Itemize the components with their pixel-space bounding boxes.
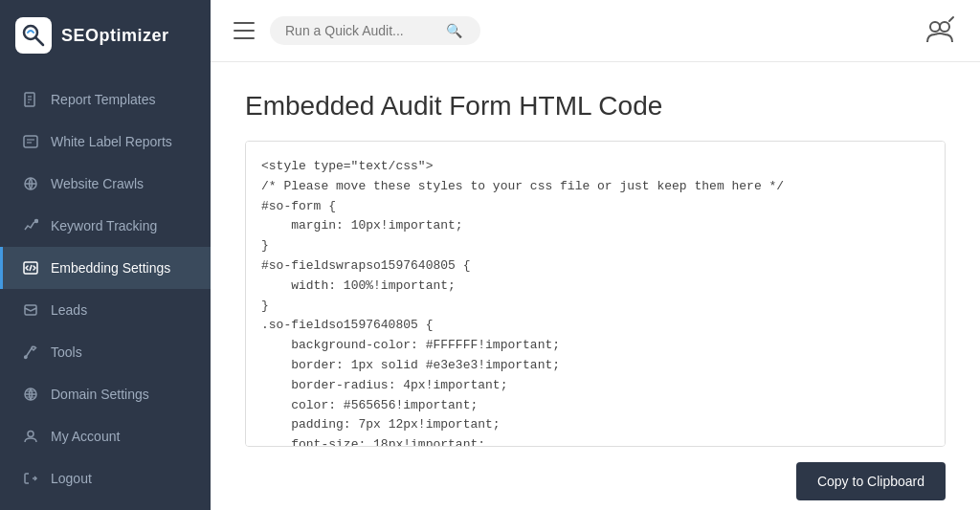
svg-rect-6	[24, 136, 37, 147]
svg-line-1	[35, 37, 43, 45]
svg-point-11	[35, 220, 38, 223]
sidebar-item-white-label-reports[interactable]: White Label Reports	[0, 121, 211, 163]
search-input[interactable]	[285, 23, 438, 38]
topbar-right	[923, 13, 957, 48]
hamburger-menu[interactable]	[234, 22, 255, 39]
logout-icon	[22, 470, 39, 487]
file-icon	[22, 91, 39, 108]
svg-line-13	[30, 265, 32, 271]
code-textarea[interactable]	[246, 142, 945, 446]
sidebar-item-label: Domain Settings	[51, 387, 149, 402]
bottom-bar: Copy to Clipboard	[245, 447, 946, 500]
account-icon	[22, 428, 39, 445]
code-container	[245, 141, 946, 447]
logo-area: SEOptimizer	[0, 0, 211, 71]
svg-point-24	[940, 22, 949, 32]
sidebar-item-keyword-tracking[interactable]: Keyword Tracking	[0, 205, 211, 247]
sidebar-item-label: Keyword Tracking	[51, 218, 157, 233]
embed-icon	[22, 259, 39, 277]
sidebar-item-label: Tools	[51, 344, 82, 360]
label-icon	[22, 133, 39, 150]
svg-point-23	[930, 22, 940, 32]
keyword-icon	[22, 217, 39, 234]
sidebar-item-domain-settings[interactable]: Domain Settings	[0, 373, 211, 415]
sidebar-item-my-account[interactable]: My Account	[0, 415, 211, 457]
copy-to-clipboard-button[interactable]: Copy to Clipboard	[796, 462, 946, 500]
sidebar-item-label: Report Templates	[51, 92, 155, 107]
page-content: Embedded Audit Form HTML Code Copy to Cl…	[211, 62, 980, 510]
user-avatar-icon[interactable]	[923, 13, 957, 48]
sidebar-item-label: White Label Reports	[51, 134, 172, 149]
sidebar-item-tools[interactable]: Tools	[0, 331, 211, 373]
topbar: 🔍	[211, 0, 980, 62]
sidebar-item-label: Logout	[51, 471, 92, 486]
logo-text: SEOptimizer	[61, 26, 169, 46]
main-area: 🔍 Embedded Audit Form HTML Code Copy to …	[211, 0, 980, 510]
sidebar-item-logout[interactable]: Logout	[0, 457, 211, 499]
svg-line-25	[949, 17, 953, 21]
sidebar-item-website-crawls[interactable]: Website Crawls	[0, 163, 211, 205]
sidebar: SEOptimizer Report Templates	[0, 0, 211, 510]
logo-icon	[15, 17, 52, 54]
sidebar-item-report-templates[interactable]: Report Templates	[0, 78, 211, 121]
svg-point-21	[28, 432, 33, 437]
sidebar-nav: Report Templates White Label Reports	[0, 71, 211, 510]
domain-icon	[22, 386, 39, 403]
svg-point-16	[25, 356, 27, 358]
page-title: Embedded Audit Form HTML Code	[245, 91, 946, 122]
sidebar-item-label: Leads	[51, 302, 87, 318]
sidebar-item-label: My Account	[51, 429, 120, 444]
sidebar-item-leads[interactable]: Leads	[0, 289, 211, 331]
leads-icon	[22, 301, 39, 319]
sidebar-item-label: Embedding Settings	[51, 260, 170, 276]
tools-icon	[22, 344, 39, 361]
svg-rect-14	[25, 305, 36, 315]
sidebar-item-label: Website Crawls	[51, 176, 144, 191]
search-bar[interactable]: 🔍	[270, 16, 480, 45]
sidebar-item-embedding-settings[interactable]: Embedding Settings	[0, 247, 211, 289]
crawl-icon	[22, 175, 39, 192]
search-icon: 🔍	[446, 23, 462, 38]
